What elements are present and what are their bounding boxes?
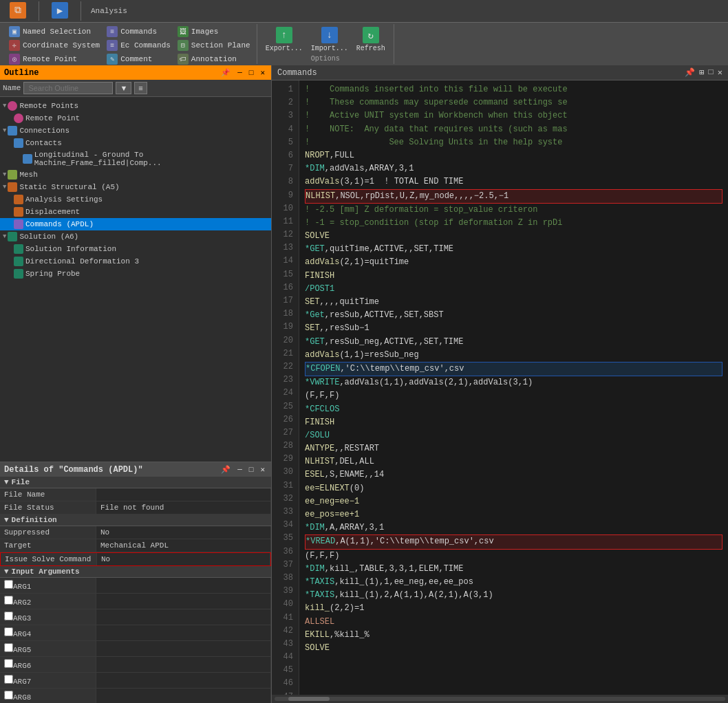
code-line-10[interactable]: addVals(3,1)=1 ! TOTAL END TIME (305, 175, 722, 188)
details-checkbox-arg3[interactable] (4, 612, 13, 620)
code-line-24[interactable]: addVals(1,1)=resSub_neg (305, 349, 722, 362)
tree-item-spring-probe[interactable]: Spring Probe (0, 268, 271, 280)
code-line-13[interactable]: ! -1 = stop_condition (stop if deformati… (305, 217, 722, 230)
details-cell-value[interactable]: No (97, 553, 270, 565)
details-checkbox-arg4[interactable] (4, 627, 13, 636)
details-section-file[interactable]: ▼File (0, 477, 271, 488)
images-btn[interactable]: 🖼 Images (175, 25, 253, 38)
details-checkbox-arg1[interactable] (4, 580, 13, 589)
tree-item-analysis-settings[interactable]: Analysis Settings (0, 193, 271, 206)
refresh-btn[interactable]: ↻ Refresh (354, 25, 388, 54)
tree-item-contacts[interactable]: Contacts (0, 137, 271, 149)
commands-float-btn[interactable]: ⊞ (699, 67, 704, 78)
code-line-19[interactable]: /POST1 (305, 283, 722, 296)
code-line-11[interactable]: NLHIST,NSOL,rpDist,U,Z,my_node,,,,−2.5,−… (305, 189, 722, 204)
tree-item-longitudinal[interactable]: Longitudinal - Ground To Machine_Frame_f… (0, 149, 271, 169)
details-checkbox-arg8[interactable] (4, 691, 13, 700)
tree-expand-arrow[interactable]: ▼ (3, 184, 6, 191)
code-line-30[interactable]: /SOLU (305, 429, 722, 442)
code-line-5[interactable]: ! NOTE: Any data that requires units (su… (305, 123, 722, 136)
analysis-button[interactable]: Analysis (88, 6, 130, 17)
details-checkbox-arg5[interactable] (4, 643, 13, 652)
tree-item-mesh[interactable]: ▼Mesh (0, 169, 271, 181)
tree-item-solution[interactable]: ▼Solution (A6) (0, 230, 271, 243)
code-line-6[interactable]: ! See Solving Units in the help syste (305, 136, 722, 149)
annotation-btn[interactable]: 🏷 Annotation (175, 53, 253, 65)
code-line-42[interactable]: *TAXIS,kill_(1),1,ee_neg,ee,ee_pos (305, 576, 722, 589)
tree-expand-arrow[interactable]: ▼ (3, 171, 6, 178)
outline-maximize-btn[interactable]: □ (247, 68, 256, 78)
code-line-2[interactable]: ! These commands may supersede command s… (305, 96, 722, 109)
scrollbar-thumb[interactable] (288, 697, 330, 701)
details-section-input arguments[interactable]: ▼Input Arguments (0, 566, 271, 578)
ec-commands-btn[interactable]: ≡ Ec Commands (105, 39, 173, 52)
code-line-32[interactable]: ANTYPE,,RESTART (305, 442, 722, 455)
outline-minimize-btn[interactable]: ─ (235, 68, 244, 78)
outline-search-input[interactable] (23, 82, 113, 94)
code-line-33[interactable]: NLHIST,DEL,ALL (305, 455, 722, 468)
code-line-48[interactable]: SOLVE (305, 642, 722, 655)
code-line-20[interactable]: SET,,,,quitTime (305, 296, 722, 309)
named-selection-btn[interactable]: ▣ Named Selection (7, 25, 102, 38)
code-line-43[interactable]: *TAXIS,kill_(1),2,A(1,1),A(2,1),A(3,1) (305, 589, 722, 602)
code-line-26[interactable]: *VWRITE,addVals(1,1),addVals(2,1),addVal… (305, 376, 722, 389)
remote-point-btn[interactable]: ◎ Remote Point (7, 53, 102, 65)
commands-maximize-btn[interactable]: □ (709, 67, 714, 78)
code-line-47[interactable]: EKILL,%kill_% (305, 629, 722, 642)
outline-filter-btn[interactable]: ≡ (134, 82, 147, 94)
code-line-14[interactable]: SOLVE (305, 230, 722, 243)
code-line-29[interactable]: FINISH (305, 416, 722, 429)
code-line-12[interactable]: ! -2.5 [mm] Z deformation = stop_value c… (305, 204, 722, 217)
export-btn[interactable]: ↑ Export... (263, 25, 306, 54)
solve-button[interactable]: ▶ (46, 1, 74, 21)
commands-pin-btn[interactable]: 📌 (685, 67, 695, 78)
code-line-41[interactable]: *DIM,kill_,TABLE,3,3,1,ELEM,TIME (305, 563, 722, 576)
code-line-37[interactable]: ee_pos=ee+1 (305, 508, 722, 521)
tree-item-solution-info[interactable]: Solution Information (0, 243, 271, 255)
coordinate-system-btn[interactable]: ✛ Coordinate System (7, 39, 102, 52)
code-line-46[interactable]: ALLSEL (305, 616, 722, 629)
tree-expand-arrow[interactable]: ▼ (3, 127, 6, 134)
details-maximize-btn[interactable]: □ (247, 465, 256, 475)
commands-close-btn[interactable]: ✕ (718, 67, 722, 78)
code-line-4[interactable]: ! Active UNIT system in Workbench when t… (305, 109, 722, 122)
outline-pin-btn[interactable]: 📌 (219, 67, 233, 78)
code-line-18[interactable]: FINISH (305, 270, 722, 283)
code-line-21[interactable]: *Get,resSub,ACTIVE,,SET,SBST (305, 309, 722, 322)
horizontal-scrollbar[interactable] (272, 695, 728, 703)
section-plane-btn[interactable]: ⊟ Section Plane (175, 39, 253, 52)
code-line-34[interactable]: ESEL,S,ENAME,,14 (305, 468, 722, 482)
code-line-22[interactable]: SET,,resSub−1 (305, 322, 722, 335)
code-line-1[interactable]: ! Commands inserted into this file will … (305, 83, 722, 96)
code-line-38[interactable]: *DIM,A,ARRAY,3,1 (305, 521, 722, 534)
details-section-definition[interactable]: ▼Definition (0, 515, 271, 526)
code-line-40[interactable]: (F,F,F) (305, 550, 722, 563)
tree-item-remote-points[interactable]: ▼Remote Points (0, 100, 271, 112)
outline-close-btn[interactable]: ✕ (258, 67, 267, 78)
code-line-17[interactable]: addVals(2,1)=quitTime (305, 256, 722, 269)
details-close-btn[interactable]: ✕ (258, 464, 267, 475)
code-line-9[interactable]: *DIM,addVals,ARRAY,3,1 (305, 162, 722, 175)
code-line-16[interactable]: *GET,quitTime,ACTIVE,,SET,TIME (305, 243, 722, 256)
tree-item-connections[interactable]: ▼Connections (0, 125, 271, 137)
code-line-39[interactable]: *VREAD,A(1,1),'C:\\temp\\temp_csv',csv (305, 534, 722, 549)
details-minimize-btn[interactable]: ─ (235, 465, 244, 475)
tree-expand-arrow[interactable]: ▼ (3, 102, 6, 109)
tree-item-dir-deform[interactable]: Directional Deformation 3 (0, 255, 271, 268)
comment-btn[interactable]: ✎ Comment (105, 53, 173, 65)
details-pin-btn[interactable]: 📌 (219, 464, 233, 475)
outline-sort-btn[interactable]: ▼ (116, 82, 131, 94)
code-line-27[interactable]: (F,F,F) (305, 389, 722, 402)
tree-item-displacement[interactable]: Displacement (0, 206, 271, 218)
code-area[interactable]: ! Commands inserted into this file will … (299, 80, 728, 695)
commands-editor[interactable]: 1234567891011121314151617181920212223242… (272, 80, 728, 695)
code-line-36[interactable]: ee_neg=ee−1 (305, 495, 722, 508)
tree-expand-arrow[interactable]: ▼ (3, 233, 6, 240)
details-checkbox-arg6[interactable] (4, 659, 13, 668)
code-line-25[interactable]: *CFOPEN,'C:\\temp\\temp_csv',csv (305, 362, 722, 376)
tree-item-static-structural[interactable]: ▼Static Structural (A5) (0, 181, 271, 193)
code-line-44[interactable]: kill_(2,2)=1 (305, 602, 722, 615)
code-line-28[interactable]: *CFCLOS (305, 403, 722, 416)
tree-item-commands-apdl[interactable]: Commands (APDL) (0, 218, 271, 230)
code-line-23[interactable]: *GET,resSub_neg,ACTIVE,,SET,TIME (305, 336, 722, 349)
